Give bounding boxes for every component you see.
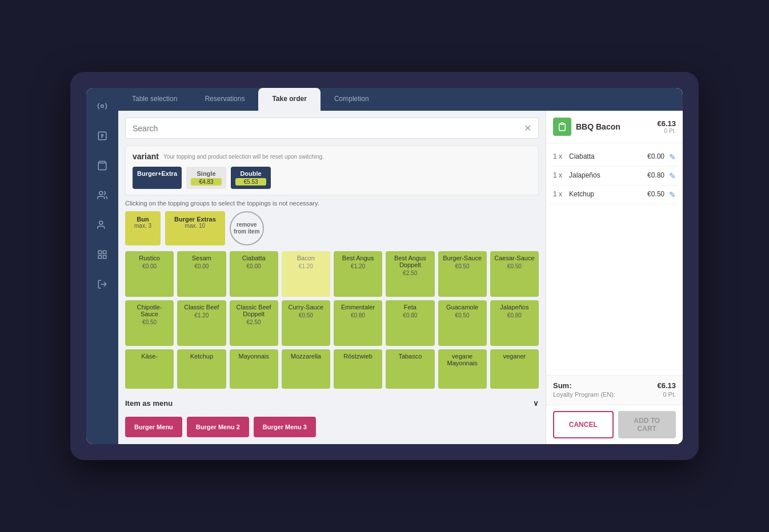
order-icon	[553, 118, 571, 136]
topping-rustico[interactable]: Rustico €0.00	[125, 251, 174, 297]
topping-feta[interactable]: Feta €0.80	[386, 300, 434, 346]
toppings-grid: Rustico €0.00 Sesam €0.00 Ciabatta €0.00	[125, 251, 539, 389]
loyalty-row: Loyalty Program (EN): 0 Pt.	[553, 391, 676, 398]
topping-emmentaler[interactable]: Emmentaler €0.80	[334, 300, 382, 346]
topping-ketchup[interactable]: Ketchup	[177, 349, 226, 389]
tab-completion[interactable]: Completion	[321, 88, 383, 111]
order-item-ketchup: 1 x Ketchup €0.50 ✎	[551, 186, 678, 204]
svg-point-4	[99, 221, 103, 224]
order-item-jalapenos: 1 x Jalapeños €0.80 ✎	[551, 167, 678, 186]
item-qty-3: 1 x	[553, 190, 567, 198]
topping-classic-beef[interactable]: Classic Beef €1.20	[177, 300, 226, 346]
topping-best-angus-doppelt[interactable]: Best Angus Doppelt €2.50	[386, 251, 434, 297]
item-qty-2: 1 x	[553, 171, 567, 179]
topping-chipotle[interactable]: Chipotle-Sauce €0.50	[125, 300, 174, 346]
topping-group-extras[interactable]: Burger Extras max. 10	[165, 211, 225, 245]
topping-kase[interactable]: Käse-	[125, 349, 174, 389]
topping-tabasco[interactable]: Tabasco	[386, 349, 434, 389]
order-header: BBQ Bacon €6.13 0 Pt.	[546, 111, 683, 143]
variant-header: variant Your topping and product selecti…	[133, 152, 531, 161]
main-content: Table selection Reservations Take order …	[118, 88, 683, 444]
topping-caesar-sauce[interactable]: Caesar-Sauce €0.50	[490, 251, 539, 297]
topping-mozzarella[interactable]: Mozzarella	[282, 349, 330, 389]
add-to-cart-button[interactable]: ADD TO CART	[618, 411, 676, 438]
topping-guacamole[interactable]: Guacamole €0.50	[438, 300, 487, 346]
topping-vegane-mayonnais[interactable]: vegane Mayonnais	[438, 349, 487, 389]
item-name-1: Ciabatta	[569, 152, 645, 160]
topping-groups: Bun max. 3 Burger Extras max. 10 remove …	[125, 211, 539, 245]
menu-btn-2[interactable]: Burger Menu 2	[187, 417, 249, 437]
order-item-ciabatta: 1 x Ciabatta €0.00 ✎	[551, 148, 678, 167]
order-pts: 0 Pt.	[657, 128, 676, 134]
svg-rect-7	[103, 256, 106, 259]
nav-icon-7[interactable]	[93, 275, 111, 293]
order-items: 1 x Ciabatta €0.00 ✎ 1 x Jalapeños €0.80…	[546, 143, 683, 375]
topping-bacon[interactable]: Bacon €1.20	[282, 251, 330, 297]
nav-icon-1[interactable]	[93, 97, 111, 115]
topping-mayonnais[interactable]: Mayonnais	[230, 349, 278, 389]
nav-icon-6[interactable]	[93, 245, 111, 264]
svg-rect-6	[103, 251, 106, 253]
nav-icon-5[interactable]	[93, 216, 111, 234]
item-name-3: Ketchup	[569, 190, 645, 198]
tab-reservations[interactable]: Reservations	[191, 88, 258, 111]
cancel-button[interactable]: CANCEL	[553, 411, 614, 438]
topping-sesam[interactable]: Sesam €0.00	[177, 251, 226, 297]
tab-bar: Table selection Reservations Take order …	[118, 88, 683, 111]
svg-rect-10	[561, 123, 564, 124]
item-edit-1[interactable]: ✎	[669, 152, 676, 162]
item-edit-3[interactable]: ✎	[669, 190, 676, 199]
search-bar: ✕	[125, 118, 539, 139]
svg-point-3	[99, 191, 103, 195]
variant-btn-single[interactable]: Single €4.83	[186, 167, 226, 189]
menu-section: Item as menu ∨ Burger Menu Burger Menu 2…	[125, 394, 539, 437]
tab-take-order[interactable]: Take order	[258, 88, 320, 111]
variant-section: variant Your topping and product selecti…	[125, 146, 539, 195]
item-qty-1: 1 x	[553, 152, 567, 160]
order-price: €6.13	[657, 119, 676, 128]
item-price-2: €0.80	[647, 171, 664, 179]
topping-info: Clicking on the topping groups to select…	[125, 200, 539, 207]
menu-btn-1[interactable]: Burger Menu	[125, 417, 182, 437]
menu-btn-3[interactable]: Burger Menu 3	[254, 417, 316, 437]
loyalty-value: 0 Pt.	[663, 391, 676, 398]
variant-btn-double[interactable]: Double €5.53	[231, 167, 271, 189]
left-panel: ✕ variant Your topping and product selec…	[118, 111, 546, 444]
topping-burger-sauce[interactable]: Burger-Sauce €0.50	[438, 251, 487, 297]
nav-icon-3[interactable]	[93, 156, 111, 175]
sidebar	[86, 88, 118, 444]
nav-icon-2[interactable]	[93, 127, 111, 145]
svg-rect-8	[98, 256, 101, 259]
variant-title: variant	[133, 152, 159, 161]
tab-table-selection[interactable]: Table selection	[118, 88, 191, 111]
action-buttons: CANCEL ADD TO CART	[546, 405, 683, 444]
sum-value: €6.13	[657, 381, 676, 390]
menu-section-chevron: ∨	[533, 399, 539, 408]
variant-subtitle: Your topping and product selection will …	[163, 154, 324, 160]
topping-group-remove[interactable]: remove from item	[230, 211, 264, 245]
nav-icon-4[interactable]	[93, 186, 111, 204]
sum-label: Sum:	[553, 381, 572, 390]
variant-btn-burger-extra[interactable]: Burger+Extra	[133, 167, 182, 189]
menu-section-header[interactable]: Item as menu ∨	[125, 394, 539, 412]
item-edit-2[interactable]: ✎	[669, 171, 676, 180]
order-title: BBQ Bacon	[576, 122, 652, 131]
menu-buttons: Burger Menu Burger Menu 2 Burger Menu 3	[125, 417, 539, 437]
topping-veganer[interactable]: veganer	[490, 349, 539, 389]
content-area: ✕ variant Your topping and product selec…	[118, 111, 683, 444]
topping-ciabatta[interactable]: Ciabatta €0.00	[230, 251, 278, 297]
right-panel: BBQ Bacon €6.13 0 Pt. 1 x Ciabatta €0.00…	[546, 111, 683, 444]
topping-curry-sauce[interactable]: Curry-Sauce €0.50	[282, 300, 330, 346]
topping-group-bun[interactable]: Bun max. 3	[125, 211, 161, 245]
search-input[interactable]	[133, 124, 524, 133]
menu-section-label: Item as menu	[125, 399, 173, 408]
clear-icon[interactable]: ✕	[524, 123, 531, 134]
variant-buttons: Burger+Extra Single €4.83 Double €5.53	[133, 167, 531, 189]
item-price-3: €0.50	[647, 190, 664, 198]
item-price-1: €0.00	[647, 152, 664, 160]
topping-jalapenos[interactable]: Jalapeños €0.80	[490, 300, 539, 346]
topping-best-angus[interactable]: Best Angus €1.20	[334, 251, 382, 297]
topping-rostzwieb[interactable]: Röstzwieb	[334, 349, 382, 389]
order-summary: Sum: €6.13 Loyalty Program (EN): 0 Pt.	[546, 375, 683, 405]
topping-classic-beef-doppelt[interactable]: Classic Beef Doppelt €2.50	[230, 300, 278, 346]
